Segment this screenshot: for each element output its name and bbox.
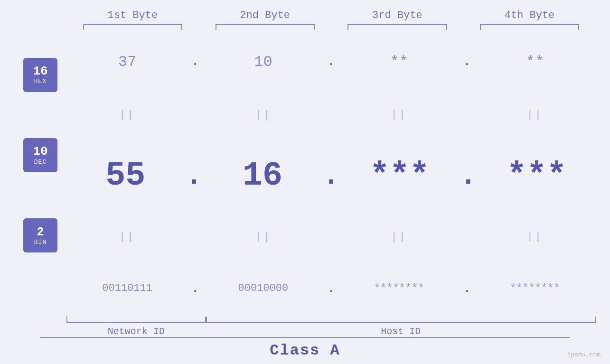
bracket-line-2 [216, 24, 315, 30]
hex-b3: ** [338, 53, 460, 71]
dec-row: 55 . 16 . *** . *** [66, 159, 596, 193]
bracket-1 [66, 24, 199, 30]
network-bracket [66, 317, 206, 323]
bracket-3 [331, 24, 464, 30]
dec-b1-value: 55 [105, 157, 145, 195]
rows-area: 37 . 10 . ** . ** || || [66, 35, 596, 314]
base-labels: 16 HEX 10 DEC 2 BIN [14, 35, 66, 314]
dot-d1: . [185, 162, 204, 190]
eq2-b3: || [338, 231, 460, 243]
bin-name: BIN [34, 239, 47, 246]
dec-b1: 55 [66, 159, 185, 193]
hex-b2: 10 [202, 53, 324, 71]
hex-name: HEX [34, 78, 47, 85]
hex-b2-value: 10 [254, 53, 272, 71]
equals-row-2: || || || || [66, 231, 596, 243]
bin-b2: 00010000 [202, 282, 324, 294]
dec-name: DEC [34, 159, 47, 166]
dec-num: 10 [33, 145, 47, 159]
bin-badge: 2 BIN [23, 218, 57, 252]
dot-h3: . [460, 55, 474, 69]
bin-row: 00110111 . 00010000 . ******** . *******… [66, 281, 596, 296]
main-content: 16 HEX 10 DEC 2 BIN 37 . 10 [0, 35, 610, 314]
equals-row-1: || || || || [66, 109, 596, 121]
dot-d2: . [322, 162, 341, 190]
bin-b1: 00110111 [66, 282, 188, 294]
dot-b3: . [460, 281, 474, 296]
host-bracket [206, 317, 596, 323]
dot-b1: . [188, 281, 202, 296]
dot-h1: . [188, 55, 202, 69]
eq2-b2: || [202, 231, 324, 243]
class-bracket-line [40, 337, 570, 338]
eq2-b4: || [474, 231, 596, 243]
class-label: Class A [270, 342, 340, 359]
dot-h2: . [324, 55, 338, 69]
byte4-header: 4th Byte [463, 9, 596, 21]
hex-row: 37 . 10 . ** . ** [66, 53, 596, 71]
top-brackets [0, 24, 610, 30]
hex-b3-value: ** [390, 53, 408, 71]
dec-b2: 16 [204, 159, 322, 193]
hex-b1: 37 [66, 53, 188, 71]
eq2-b1: || [66, 231, 188, 243]
hex-num: 16 [33, 65, 47, 78]
dot-b2: . [324, 281, 338, 296]
bin-b2-value: 00010000 [238, 282, 289, 294]
hex-badge: 16 HEX [23, 58, 57, 92]
network-id-label: Network ID [66, 326, 206, 337]
eq1-b2: || [202, 109, 324, 121]
dot-d3: . [459, 162, 478, 190]
bin-b4-value: ******** [510, 282, 560, 294]
byte-headers: 1st Byte 2nd Byte 3rd Byte 4th Byte [0, 0, 610, 21]
byte2-header: 2nd Byte [199, 9, 331, 21]
eq1-b3: || [338, 109, 460, 121]
class-section: Class A [0, 337, 610, 364]
main-container: 1st Byte 2nd Byte 3rd Byte 4th Byte 16 H… [0, 0, 610, 364]
eq1-b1: || [66, 109, 188, 121]
hex-b4-value: ** [526, 53, 544, 71]
dec-badge: 10 DEC [23, 138, 57, 172]
bracket-line-1 [83, 24, 182, 30]
bottom-section: Network ID Host ID [0, 317, 610, 337]
byte3-header: 3rd Byte [331, 9, 464, 21]
dec-b4: *** [478, 159, 596, 193]
host-id-label: Host ID [206, 326, 596, 337]
bin-b3: ******** [338, 282, 460, 294]
bracket-4 [463, 24, 596, 30]
eq1-b4: || [474, 109, 596, 121]
byte1-header: 1st Byte [66, 9, 199, 21]
bracket-line-3 [347, 24, 447, 30]
bin-b4: ******** [474, 282, 596, 294]
dec-b4-value: *** [507, 157, 567, 195]
watermark: ipshu.com [567, 351, 601, 358]
dec-b3: *** [341, 159, 459, 193]
bin-b1-value: 00110111 [102, 282, 152, 294]
hex-b1-value: 37 [118, 53, 136, 71]
bin-b3-value: ******** [374, 282, 424, 294]
hex-b4: ** [474, 53, 596, 71]
bracket-line-4 [480, 24, 579, 30]
bottom-bracket-row [66, 317, 596, 323]
bracket-2 [199, 24, 331, 30]
dec-b3-value: *** [370, 157, 430, 195]
dec-b2-value: 16 [243, 157, 282, 195]
bottom-labels-row: Network ID Host ID [66, 326, 596, 337]
bin-num: 2 [37, 225, 44, 239]
